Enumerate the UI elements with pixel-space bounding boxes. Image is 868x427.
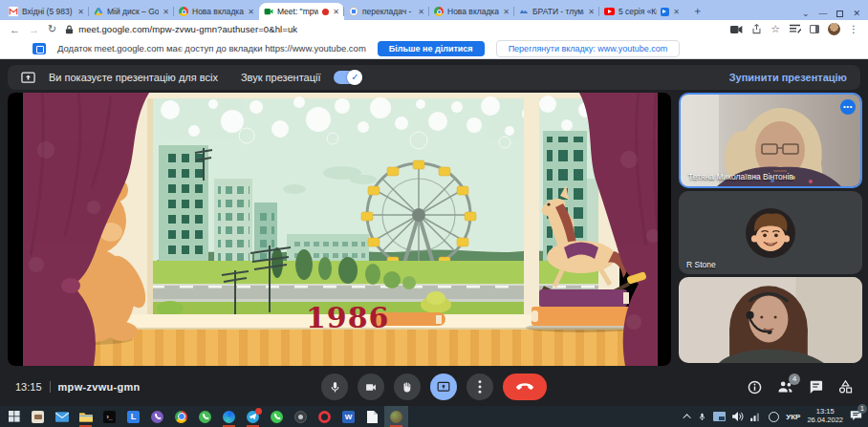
taskbar-mail-app[interactable] [50,406,74,427]
language-indicator[interactable]: УКР [786,413,800,421]
participants-button[interactable]: 4 [777,380,793,394]
view-tab-button[interactable]: Переглянути вкладку: www.youtube.com [496,40,681,57]
more-options-button[interactable] [467,374,493,400]
taskbar-green-phone-app[interactable] [193,406,217,427]
tab-title: Нова вкладка [447,7,499,16]
camera-button[interactable] [358,374,384,400]
taskbar-document-app[interactable] [360,406,384,427]
window-minimize-button[interactable]: — [818,9,827,18]
tray-network-icon[interactable] [750,412,762,421]
tab-close-icon[interactable]: ✕ [248,8,254,16]
activities-button[interactable] [838,380,853,394]
meeting-time: 13:15 [15,381,42,393]
notification-badge [255,408,262,415]
raise-hand-icon [401,381,413,394]
tray-sync-icon[interactable] [769,412,779,422]
taskbar-opera-app[interactable] [313,406,336,427]
tab-braty[interactable]: БРАТИ - тлумач ✕ [514,3,599,20]
bookmark-star-icon[interactable]: ☆ [770,23,780,35]
participant-name: R Stone [686,260,716,269]
taskbar-viber-app[interactable] [145,406,169,427]
tab-meet-active[interactable]: Meet: "mpw ✕ [259,3,344,20]
tab-capture-icon[interactable] [730,25,743,34]
participants-panel: Тетяна Миколаївна Вінтонів ••• R Stone [679,93,862,366]
mic-button[interactable] [321,374,348,400]
tab-close-icon[interactable]: ✕ [418,8,424,16]
stop-sharing-button[interactable]: Більше не ділитися [378,41,485,56]
presentation-audio-toggle[interactable]: ✓ [334,71,362,84]
tray-pip-icon[interactable] [713,412,726,421]
tab-close-icon[interactable]: ✕ [588,8,595,16]
start-button[interactable] [2,406,26,427]
tab-title: Мій диск – Goo [107,7,159,16]
tab-search-chevron-icon[interactable]: ⌄ [802,9,810,18]
tab-close-icon[interactable]: ✕ [163,8,169,16]
profile-avatar[interactable] [828,23,840,35]
tray-clock[interactable]: 13:15 26.04.2022 [807,408,843,424]
l-app-letter: L [127,411,140,423]
raise-hand-button[interactable] [394,374,421,400]
action-center-button[interactable]: 1 [850,408,862,425]
chat-icon [809,380,823,394]
share-icon[interactable] [751,24,762,34]
notification-text: Додаток meet.google.com має доступ до вк… [57,43,366,53]
tray-mic-icon[interactable] [698,412,706,422]
meeting-code: mpw-zvwu-gmn [50,381,141,393]
tab-close-icon[interactable]: ✕ [333,8,339,16]
tab-translate[interactable]: перекладач - П ✕ [344,3,429,20]
word-letter: W [342,411,355,423]
participant-tile-3[interactable] [679,277,862,363]
taskbar-dark-app[interactable] [289,406,313,427]
reading-list-icon[interactable] [789,24,801,34]
tab-newtab-2[interactable]: Нова вкладка ✕ [429,3,514,20]
forward-icon[interactable]: → [29,24,39,35]
taskbar-photos-app[interactable] [26,406,50,427]
windows-logo-icon [9,411,20,422]
participant-tile-1[interactable]: Тетяна Миколаївна Вінтонів ••• [679,93,862,188]
taskbar-active-app[interactable] [384,406,408,427]
presenting-icon [21,72,35,84]
tab-close-icon[interactable]: ✕ [673,8,680,16]
participant-2-avatar [746,208,795,258]
taskbar-file-explorer[interactable] [74,406,98,427]
new-tab-button[interactable]: ＋ [684,4,710,20]
tab-title: БРАТИ - тлумач [532,7,584,16]
taskbar-l-app[interactable]: L [121,406,145,427]
taskbar-edge-app[interactable] [217,406,241,427]
stop-presentation-button[interactable]: Зупинити презентацію [729,72,847,83]
tab-title: перекладач - П [362,7,414,16]
tab-newtab-1[interactable]: Нова вкладка ✕ [174,3,259,20]
taskbar-console-app[interactable]: ›_ [98,406,121,427]
window-close-button[interactable]: ✕ [853,9,860,18]
tab-close-icon[interactable]: ✕ [503,8,510,16]
taskbar-word-app[interactable]: W [336,406,360,427]
present-screen-button[interactable] [430,374,457,400]
tray-volume-icon[interactable] [732,412,744,421]
tab-gmail[interactable]: Вхідні (5 983) - І ✕ [4,3,89,20]
tab-audio-icon[interactable] [661,8,669,16]
presenting-status-text: Ви показуєте презентацію для всіх [49,72,218,83]
tray-date: 26.04.2022 [807,416,843,424]
gmail-favicon [9,7,18,16]
tab-title: Нова вкладка [192,7,244,16]
tray-expand-icon[interactable] [684,414,691,421]
address-bar[interactable]: meet.google.com/mpw-zvwu-gmn?authuser=0&… [65,23,780,35]
taskbar-chrome-app[interactable] [169,406,193,427]
taskbar-whatsapp-app[interactable] [265,406,289,427]
back-icon[interactable]: ← [10,24,20,35]
chat-button[interactable] [809,380,823,394]
side-panel-icon[interactable] [810,25,819,33]
reload-icon[interactable]: ↻ [48,23,56,35]
window-maximize-button[interactable] [836,11,843,17]
tab-drive[interactable]: Мій диск – Goo ✕ [89,3,174,20]
meet-main-area: Ви показуєте презентацію для всіх Звук п… [0,59,868,406]
meeting-details-button[interactable] [748,380,762,395]
tab-youtube[interactable]: 5 серія «Кни ✕ [599,3,684,20]
leave-call-button[interactable] [503,374,547,400]
browser-menu-icon[interactable]: ⋮ [849,24,858,34]
more-options-icon[interactable]: ••• [840,99,856,115]
taskbar-telegram-app[interactable] [241,406,265,427]
tab-close-icon[interactable]: ✕ [77,8,84,16]
camera-icon [364,381,378,394]
participant-tile-2[interactable]: R Stone [679,191,862,274]
